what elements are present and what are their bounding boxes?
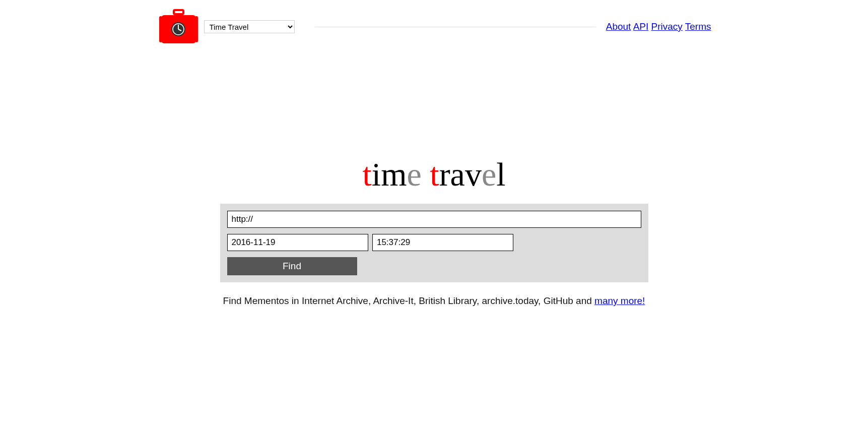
terms-link[interactable]: Terms <box>685 21 711 32</box>
nav-links: About API Privacy Terms <box>606 21 711 32</box>
svg-rect-0 <box>174 10 183 14</box>
time-input[interactable] <box>372 234 513 251</box>
about-link[interactable]: About <box>606 21 631 32</box>
nav-select[interactable]: Time Travel <box>204 20 295 33</box>
search-form: Find <box>220 204 648 282</box>
header-divider <box>315 27 596 27</box>
page-title: time travel <box>157 155 711 194</box>
tagline-text: Find Mementos in Internet Archive, Archi… <box>223 295 594 306</box>
main: time travel Find Find Mementos in Intern… <box>157 155 711 307</box>
logo-suitcase-icon[interactable] <box>157 9 200 44</box>
api-link[interactable]: API <box>633 21 649 32</box>
date-input[interactable] <box>227 234 368 251</box>
many-more-link[interactable]: many more! <box>594 295 645 306</box>
svg-rect-2 <box>159 16 162 42</box>
svg-rect-3 <box>195 16 198 42</box>
header: Time Travel About API Privacy Terms <box>157 9 711 44</box>
find-button[interactable]: Find <box>227 257 357 275</box>
privacy-link[interactable]: Privacy <box>651 21 683 32</box>
tagline: Find Mementos in Internet Archive, Archi… <box>157 295 711 307</box>
url-input[interactable] <box>227 211 641 228</box>
